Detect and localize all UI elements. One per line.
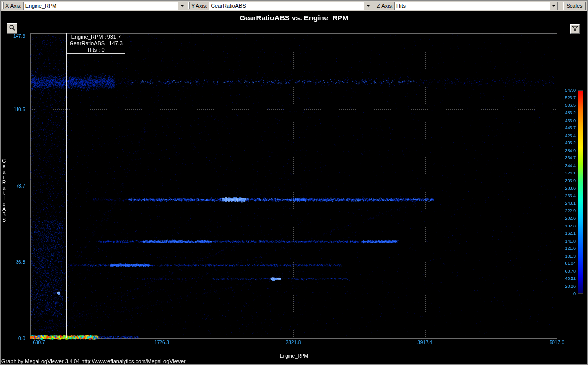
x-axis-group: X Axis: Engine_RPM	[2, 2, 186, 10]
funnel-icon	[572, 25, 578, 34]
toolbar-grip	[560, 2, 561, 9]
z-axis-value: Hits	[395, 3, 550, 9]
toolbar-grip	[2, 2, 4, 9]
status-bar: Graph by MegaLogViewer 3.4.04 http://www…	[1, 358, 186, 364]
filter-button[interactable]	[570, 24, 580, 34]
scales-button[interactable]: Scales	[563, 2, 586, 10]
tooltip-line: Engine_RPM : 931.7	[70, 34, 123, 40]
x-axis-value: Engine_RPM	[24, 3, 178, 9]
toolbar-grip	[188, 2, 190, 9]
tooltip-line: GearRatioABS : 147.3	[70, 40, 123, 47]
y-axis-select[interactable]: GearRatioABS	[209, 2, 372, 10]
z-axis-label: Z Axis:	[377, 3, 393, 9]
chevron-down-icon[interactable]	[550, 2, 557, 10]
toolbar-grip	[374, 2, 375, 9]
axis-toolbar: X Axis: Engine_RPM Y Axis: GearRatioABS …	[1, 1, 587, 11]
z-axis-select[interactable]: Hits	[394, 2, 558, 10]
crosshair-tooltip: Engine_RPM : 931.7GearRatioABS : 147.3Hi…	[67, 34, 125, 54]
x-axis-select[interactable]: Engine_RPM	[23, 2, 186, 10]
colorbar	[578, 90, 583, 294]
chevron-down-icon[interactable]	[178, 2, 186, 10]
megalogviewer-window: X Axis: Engine_RPM Y Axis: GearRatioABS …	[0, 0, 588, 365]
y-axis-label: Y Axis:	[191, 3, 207, 9]
y-axis-group: Y Axis: GearRatioABS	[188, 2, 372, 10]
chart-title: GearRatioABS vs. Engine_RPM	[0, 14, 588, 22]
zoom-button[interactable]	[7, 23, 17, 34]
y-axis-title: GearRatioABS	[1, 158, 7, 223]
magnifier-icon	[9, 24, 16, 33]
plot-canvas[interactable]	[0, 0, 588, 365]
z-axis-group: Z Axis: Hits	[374, 2, 558, 10]
x-axis-label: X Axis:	[5, 3, 22, 9]
tooltip-line: Hits : 0	[70, 47, 123, 53]
chevron-down-icon[interactable]	[364, 2, 372, 10]
y-axis-value: GearRatioABS	[209, 3, 364, 9]
